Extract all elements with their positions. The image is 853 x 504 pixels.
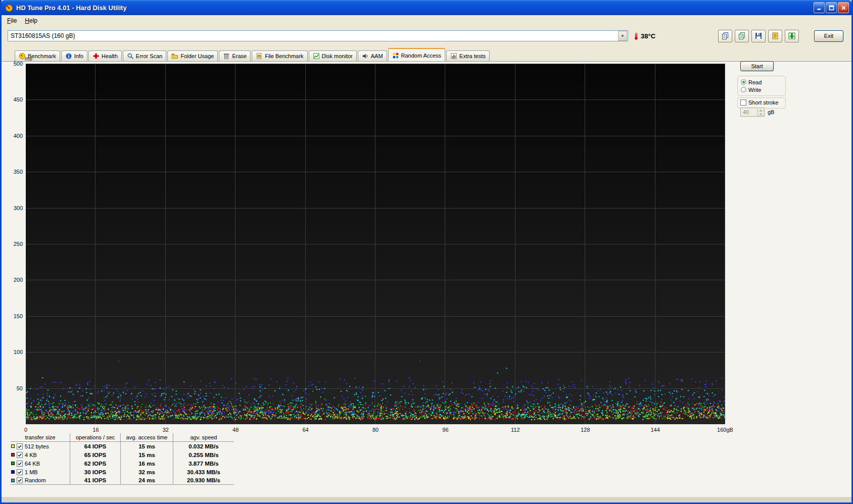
iops-value: 64 IOPS bbox=[70, 442, 121, 450]
series-checkbox[interactable] bbox=[17, 443, 23, 449]
y-tick-label: 450 bbox=[6, 96, 23, 103]
close-button[interactable] bbox=[838, 2, 849, 13]
read-option[interactable]: Read bbox=[741, 78, 782, 86]
tab-info[interactable]: Info bbox=[61, 51, 87, 61]
series-checkbox[interactable] bbox=[17, 469, 23, 475]
window-controls bbox=[814, 2, 849, 13]
tab-file-benchmark[interactable]: File Benchmark bbox=[252, 51, 307, 61]
random-access-scatter-plot bbox=[26, 64, 725, 424]
x-tick-label: 64 bbox=[295, 427, 317, 433]
dropdown-arrow-icon[interactable] bbox=[618, 31, 627, 41]
access-time-value: 15 ms bbox=[121, 450, 173, 459]
exit-button[interactable]: Exit bbox=[814, 30, 843, 42]
y-tick-label: 100 bbox=[6, 349, 23, 355]
series-color-swatch bbox=[11, 444, 15, 448]
tab-health[interactable]: Health bbox=[88, 51, 122, 61]
copy-data-button[interactable] bbox=[735, 30, 749, 42]
tab-label: Extra tests bbox=[459, 53, 486, 59]
write-option[interactable]: Write bbox=[741, 86, 782, 93]
tab-extra-tests[interactable]: Extra tests bbox=[446, 51, 490, 61]
short-stroke-checkbox[interactable] bbox=[740, 99, 746, 106]
menu-file[interactable]: File bbox=[3, 16, 21, 25]
maximize-button[interactable] bbox=[826, 2, 837, 13]
series-checkbox[interactable] bbox=[17, 452, 23, 458]
save-text-button[interactable] bbox=[768, 30, 782, 42]
read-write-group: Read Write bbox=[737, 76, 786, 96]
tab-disk-monitor[interactable]: Disk monitor bbox=[309, 51, 357, 61]
y-tick-label: 150 bbox=[6, 313, 23, 319]
extra-tests-icon bbox=[450, 53, 457, 60]
series-color-swatch bbox=[11, 470, 15, 474]
avg-speed-value: 0.255 MB/s bbox=[173, 450, 234, 459]
tab-random-access[interactable]: Random Access bbox=[388, 48, 445, 61]
tab-folder-usage[interactable]: Folder Usage bbox=[167, 51, 218, 61]
temperature-indicator: 38°C bbox=[632, 32, 655, 40]
x-tick-label: 0 bbox=[15, 427, 37, 433]
tab-erase[interactable]: Erase bbox=[219, 51, 251, 61]
avg-speed-value: 20.930 MB/s bbox=[173, 476, 234, 485]
tab-label: Health bbox=[102, 53, 118, 59]
title-bar: HD Tune Pro 4.01 - Hard Disk Utility bbox=[2, 0, 851, 15]
app-window: HD Tune Pro 4.01 - Hard Disk Utility Fil… bbox=[0, 0, 853, 504]
series-checkbox[interactable] bbox=[17, 461, 23, 467]
x-tick-label: 96 bbox=[434, 427, 456, 433]
series-label: 64 KB bbox=[25, 461, 40, 467]
short-stroke-size-input[interactable]: 40 ▲ ▼ bbox=[740, 108, 765, 117]
tab-label: Folder Usage bbox=[180, 53, 214, 59]
iops-value: 65 IOPS bbox=[70, 450, 121, 459]
x-tick-label: 144 bbox=[644, 427, 667, 433]
short-stroke-size-row: 40 ▲ ▼ gB bbox=[740, 108, 774, 117]
access-time-value: 16 ms bbox=[121, 459, 173, 468]
minimize-icon bbox=[816, 5, 823, 11]
drive-select[interactable]: ST3160815AS (160 gB) bbox=[8, 30, 628, 41]
table-row-series: 64 KB bbox=[11, 459, 70, 468]
y-tick-label: 250 bbox=[6, 241, 23, 247]
start-button[interactable]: Start bbox=[740, 61, 774, 71]
spin-up-icon[interactable]: ▲ bbox=[757, 108, 764, 112]
series-color-swatch bbox=[11, 453, 15, 457]
close-icon bbox=[840, 5, 847, 11]
copy-graph-button[interactable] bbox=[718, 30, 732, 42]
write-label: Write bbox=[748, 87, 761, 93]
erase-icon bbox=[223, 53, 230, 60]
tab-bar: BenchmarkInfoHealthError ScanFolder Usag… bbox=[2, 47, 851, 61]
series-checkbox[interactable] bbox=[17, 477, 23, 483]
random-access-icon bbox=[392, 52, 399, 59]
table-row-series: 4 KB bbox=[11, 450, 70, 459]
tab-label: Disk monitor bbox=[322, 53, 353, 59]
page-copy-green-icon bbox=[738, 32, 746, 40]
y-axis-unit-label: ms bbox=[25, 56, 32, 62]
disk-monitor-icon bbox=[313, 53, 320, 60]
menu-help[interactable]: Help bbox=[21, 16, 41, 25]
avg-speed-value: 3.877 MB/s bbox=[173, 459, 234, 468]
save-screenshot-button[interactable] bbox=[751, 30, 766, 42]
window-bottom-edge bbox=[2, 496, 851, 502]
x-tick-label: 128 bbox=[574, 427, 596, 433]
health-icon bbox=[92, 53, 100, 60]
tab-error-scan[interactable]: Error Scan bbox=[123, 51, 167, 61]
x-tick-label: 16 bbox=[84, 427, 107, 433]
tab-label: Info bbox=[74, 53, 83, 59]
table-row-series: 512 bytes bbox=[11, 442, 70, 450]
short-stroke-unit-label: gB bbox=[768, 109, 774, 115]
minimize-button[interactable] bbox=[814, 2, 825, 13]
short-stroke-group: Short stroke bbox=[737, 97, 786, 109]
col-header-transfer-size: transfer size bbox=[11, 433, 70, 442]
tab-label: AAM bbox=[371, 53, 383, 59]
error-scan-icon bbox=[127, 53, 134, 60]
read-radio[interactable] bbox=[741, 79, 746, 85]
tab-label: Error Scan bbox=[136, 53, 163, 59]
tab-benchmark[interactable]: Benchmark bbox=[15, 51, 60, 61]
export-icon bbox=[788, 32, 796, 40]
spin-down-icon[interactable]: ▼ bbox=[757, 112, 764, 116]
short-stroke-option[interactable]: Short stroke bbox=[740, 99, 783, 106]
series-color-swatch bbox=[11, 479, 15, 482]
folder-usage-icon bbox=[171, 53, 178, 60]
menu-bar: FileHelp bbox=[2, 15, 851, 26]
series-label: 1 MB bbox=[25, 469, 38, 475]
write-radio[interactable] bbox=[741, 87, 746, 92]
access-time-value: 15 ms bbox=[121, 442, 173, 450]
y-tick-label: 500 bbox=[6, 61, 23, 67]
tab-aam[interactable]: AAM bbox=[358, 51, 387, 61]
export-button[interactable] bbox=[785, 30, 799, 42]
